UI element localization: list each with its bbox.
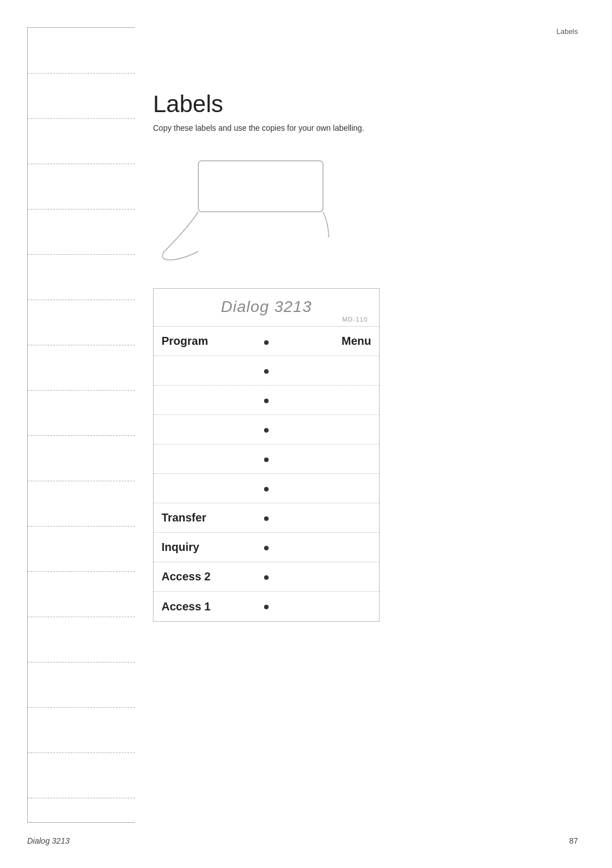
label-access2: Access 2 [154,565,249,589]
footer-product-name: Dialog 3213 [27,836,70,845]
dot-icon-3 [264,428,269,433]
sidebar-line-3 [28,164,135,164]
label-bullet-0 [249,335,283,348]
label-empty-1 [154,365,249,377]
sidebar-line-6 [28,300,135,300]
label-access1: Access 1 [154,595,249,619]
label-program: Program [154,329,249,353]
dot-icon-2 [264,399,269,403]
dot-icon-0 [264,340,269,345]
label-bullet-3 [249,425,283,435]
label-transfer: Transfer [154,506,249,530]
label-access2-right [283,571,379,583]
sidebar-line-13 [28,617,135,617]
dot-icon-access2 [264,575,269,580]
sidebar-panel [27,27,135,823]
label-inquiry-right [283,542,379,553]
label-empty-3 [154,424,249,435]
sidebar-line-8 [28,390,135,391]
table-row-access2: Access 2 [154,562,379,592]
dot-icon-5 [264,487,269,491]
table-row-2 [154,386,379,415]
label-bullet-access1 [249,601,283,612]
sidebar-line-16 [28,752,135,753]
product-name: Dialog 3213 [159,298,373,316]
table-row-3 [154,415,379,444]
dot-icon-access1 [264,605,269,609]
label-empty-right-5 [283,483,379,494]
section-title: Labels [153,91,578,118]
label-bullet-5 [249,484,283,494]
label-bullet-access2 [249,572,283,582]
sidebar-line-15 [28,707,135,708]
sidebar-line-5 [28,254,135,255]
label-empty-right-3 [283,424,379,435]
label-inquiry: Inquiry [154,535,249,559]
top-page-label: Labels [556,27,578,36]
table-row-program-menu: Program Menu [154,327,379,356]
table-row-5 [154,474,379,503]
table-row-1 [154,356,379,386]
table-row-4 [154,444,379,474]
label-bullet-transfer [249,513,283,523]
label-empty-4 [154,454,249,465]
product-code: MD-110 [159,316,373,323]
label-transfer-right [283,512,379,524]
label-empty-5 [154,483,249,494]
table-row-access1: Access 1 [154,592,379,621]
table-row-transfer: Transfer [154,503,379,533]
label-bullet-1 [249,366,283,376]
label-card: Dialog 3213 MD-110 Program Menu [153,288,380,622]
svg-rect-0 [198,161,323,212]
dot-icon-transfer [264,516,269,521]
label-access1-right [283,601,379,612]
label-empty-right-4 [283,454,379,465]
sidebar-line-17 [28,798,135,798]
handset-illustration [153,155,346,263]
label-empty-right-2 [283,395,379,406]
dot-icon-1 [264,369,269,374]
table-row-inquiry: Inquiry [154,533,379,562]
label-card-header: Dialog 3213 MD-110 [154,289,379,327]
sidebar-line-1 [28,73,135,74]
label-bullet-inquiry [249,542,283,553]
handset-svg [153,155,346,263]
dot-icon-4 [264,457,269,462]
sidebar-dashed-lines [28,28,135,822]
main-content: Labels Copy these labels and use the cop… [153,91,578,622]
label-bullet-2 [249,395,283,405]
footer-page-number: 87 [569,836,578,845]
sidebar-line-12 [28,571,135,572]
sidebar-line-9 [28,435,135,436]
sidebar-line-7 [28,345,135,345]
sidebar-line-10 [28,481,135,481]
label-menu: Menu [283,329,379,353]
sidebar-line-11 [28,526,135,527]
section-subtitle: Copy these labels and use the copies for… [153,123,578,132]
label-bullet-4 [249,454,283,464]
sidebar-line-14 [28,662,135,662]
dot-icon-inquiry [264,546,269,550]
sidebar-line-2 [28,118,135,119]
label-empty-2 [154,395,249,406]
sidebar-line-4 [28,209,135,209]
label-empty-right-1 [283,365,379,377]
